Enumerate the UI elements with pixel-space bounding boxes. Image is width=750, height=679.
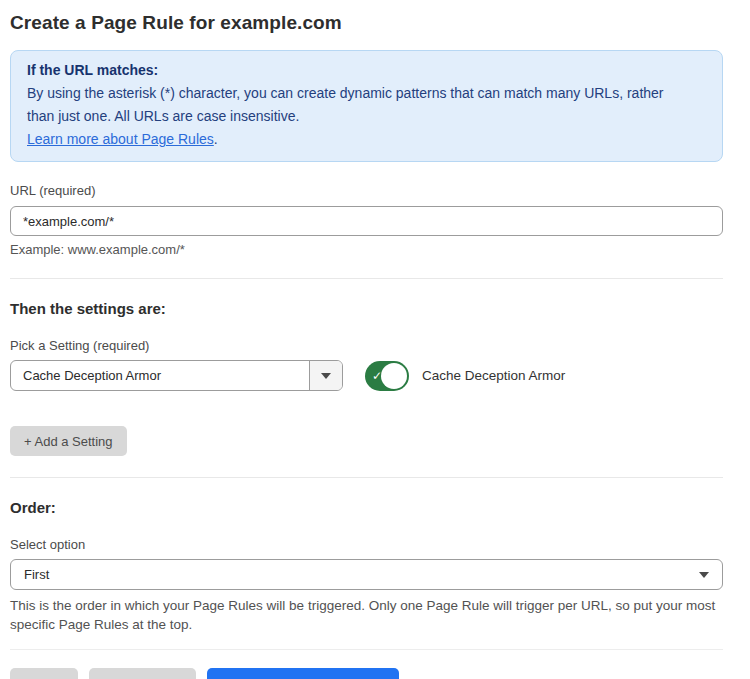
- info-box-body: By using the asterisk (*) character, you…: [27, 82, 687, 128]
- order-section-heading: Order:: [10, 499, 723, 516]
- order-helper-text: This is the order in which your Page Rul…: [10, 596, 722, 634]
- add-setting-button[interactable]: + Add a Setting: [10, 426, 127, 456]
- footer-actions: Cancel Save as Draft Save and Deploy Pag…: [10, 668, 723, 679]
- url-example-helper: Example: www.example.com/*: [10, 242, 723, 257]
- info-box-heading: If the URL matches:: [27, 59, 706, 82]
- divider: [10, 649, 723, 650]
- divider: [10, 477, 723, 478]
- learn-more-link[interactable]: Learn more about Page Rules: [27, 131, 214, 147]
- url-input[interactable]: [10, 206, 723, 236]
- order-select[interactable]: First: [10, 559, 723, 590]
- page-rule-form: Create a Page Rule for example.com If th…: [0, 0, 750, 679]
- order-select-value: First: [24, 567, 49, 582]
- cache-deception-armor-toggle[interactable]: ✓: [365, 361, 409, 391]
- link-period: .: [214, 131, 218, 147]
- pick-setting-label: Pick a Setting (required): [10, 338, 723, 353]
- cancel-button[interactable]: Cancel: [10, 668, 78, 679]
- chevron-down-icon: [699, 572, 709, 578]
- save-and-deploy-button[interactable]: Save and Deploy Page Rule: [207, 668, 398, 679]
- chevron-down-icon: [321, 373, 331, 379]
- toggle-label: Cache Deception Armor: [422, 368, 565, 383]
- settings-section-heading: Then the settings are:: [10, 300, 723, 317]
- toggle-knob: [381, 363, 407, 389]
- setting-dropdown[interactable]: Cache Deception Armor: [10, 360, 343, 391]
- setting-toggle-group: ✓ Cache Deception Armor: [365, 361, 565, 391]
- save-as-draft-button[interactable]: Save as Draft: [89, 668, 196, 679]
- setting-dropdown-value: Cache Deception Armor: [11, 361, 309, 390]
- setting-dropdown-arrow-button[interactable]: [309, 361, 342, 390]
- setting-row: Cache Deception Armor ✓ Cache Deception …: [10, 360, 723, 391]
- info-box-link-line: Learn more about Page Rules.: [27, 128, 706, 151]
- url-field-label: URL (required): [10, 183, 723, 198]
- page-title: Create a Page Rule for example.com: [10, 10, 723, 36]
- order-select-label: Select option: [10, 537, 723, 552]
- url-matches-info-box: If the URL matches: By using the asteris…: [10, 50, 723, 162]
- divider: [10, 278, 723, 279]
